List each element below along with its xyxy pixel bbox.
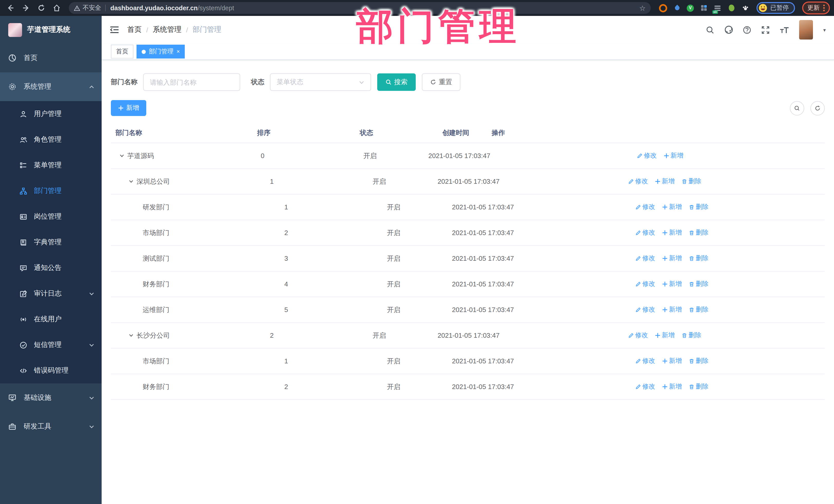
sidebar-item-sms[interactable]: 短信管理: [0, 332, 102, 358]
delete-action[interactable]: 删除: [688, 382, 708, 391]
bookmark-star-icon[interactable]: ☆: [639, 4, 646, 12]
edit-action[interactable]: 修改: [635, 280, 655, 288]
font-size-icon[interactable]: [780, 25, 789, 35]
sidebar-item-users[interactable]: 用户管理: [0, 101, 102, 127]
delete-action[interactable]: 删除: [688, 357, 708, 366]
delete-action[interactable]: 删除: [688, 203, 708, 212]
sidebar-toggle-icon[interactable]: [110, 26, 119, 34]
add-action[interactable]: 新增: [662, 228, 682, 237]
edit-action[interactable]: 修改: [635, 203, 655, 212]
action-cell: 修改新增删除: [519, 254, 825, 263]
edit-action[interactable]: 修改: [628, 331, 648, 340]
browser-profile-chip[interactable]: 已暂停: [756, 2, 795, 14]
edit-action[interactable]: 修改: [635, 228, 655, 237]
extension-v-icon[interactable]: V: [687, 4, 694, 12]
browser-forward-icon[interactable]: [20, 2, 32, 14]
tree-expand-icon[interactable]: [128, 179, 134, 184]
sidebar-item-home[interactable]: 首页: [0, 44, 102, 72]
add-action[interactable]: 新增: [662, 203, 682, 212]
sidebar-item-system[interactable]: 系统管理: [0, 72, 102, 101]
search-button[interactable]: 搜索: [377, 73, 416, 91]
sidebar-item-menus[interactable]: 菜单管理: [0, 152, 102, 178]
add-button[interactable]: 新增: [111, 100, 146, 116]
sidebar-item-devtools[interactable]: 研发工具: [0, 412, 102, 441]
sidebar-item-roles[interactable]: 角色管理: [0, 127, 102, 152]
add-action[interactable]: 新增: [655, 331, 675, 340]
sidebar-item-online-users[interactable]: 在线用户: [0, 306, 102, 332]
search-icon[interactable]: [706, 25, 715, 35]
tree-expand-icon[interactable]: [119, 153, 125, 159]
edit-action[interactable]: 修改: [628, 177, 648, 186]
user-avatar[interactable]: [799, 20, 813, 40]
table-row[interactable]: 测试部门3开启2021-01-05 17:03:47修改新增删除: [111, 246, 825, 271]
refresh-table-button[interactable]: [810, 101, 825, 115]
extension-drop-icon[interactable]: [673, 4, 681, 12]
reset-button[interactable]: 重置: [422, 73, 460, 91]
show-search-button[interactable]: [790, 101, 804, 115]
delete-action[interactable]: 删除: [688, 228, 708, 237]
tab-dept-management[interactable]: 部门管理 ×: [136, 45, 185, 59]
extension-paw-icon[interactable]: [741, 4, 749, 12]
table-row[interactable]: 市场部门2开启2021-01-05 17:03:47修改新增删除: [111, 220, 825, 246]
browser-update-button[interactable]: 更新: [802, 2, 830, 14]
breadcrumb-system[interactable]: 系统管理: [153, 25, 181, 35]
browser-menu-icon[interactable]: [823, 5, 825, 11]
sidebar-item-notices[interactable]: 通知公告: [0, 255, 102, 281]
delete-action[interactable]: 删除: [681, 177, 701, 186]
add-action[interactable]: 新增: [663, 151, 683, 160]
add-action[interactable]: 新增: [662, 305, 682, 314]
table-row[interactable]: 市场部门1开启2021-01-05 17:03:47修改新增删除: [111, 349, 825, 374]
table-row[interactable]: 芋道源码0开启2021-01-05 17:03:47修改新增: [111, 143, 825, 169]
status-cell: 开启: [387, 202, 447, 212]
add-action[interactable]: 新增: [662, 382, 682, 391]
browser-home-icon[interactable]: [50, 2, 63, 14]
delete-action[interactable]: 删除: [688, 280, 708, 288]
status-cell: 开启: [373, 177, 433, 186]
delete-action[interactable]: 删除: [688, 254, 708, 263]
app-logo-row[interactable]: 芋道管理系统: [0, 16, 102, 44]
table-row[interactable]: 财务部门4开启2021-01-05 17:03:47修改新增删除: [111, 271, 825, 297]
status-cell: 开启: [387, 382, 447, 391]
chevron-down-icon: [89, 424, 94, 429]
edit-action[interactable]: 修改: [637, 151, 657, 160]
breadcrumb-home[interactable]: 首页: [127, 25, 142, 35]
delete-action[interactable]: 删除: [688, 305, 708, 314]
github-icon[interactable]: [724, 25, 733, 35]
add-action[interactable]: 新增: [662, 280, 682, 288]
edit-action[interactable]: 修改: [635, 382, 655, 391]
add-action[interactable]: 新增: [662, 254, 682, 263]
sidebar-item-error-codes[interactable]: 错误码管理: [0, 358, 102, 384]
extension-grid-icon[interactable]: [700, 4, 708, 12]
extension-leaf-icon[interactable]: [727, 4, 736, 12]
delete-action[interactable]: 删除: [681, 331, 701, 340]
status-select[interactable]: 菜单状态: [270, 73, 371, 91]
sidebar-item-departments[interactable]: 部门管理: [0, 178, 102, 204]
edit-action[interactable]: 修改: [635, 357, 655, 366]
fullscreen-icon[interactable]: [761, 25, 770, 35]
tab-home[interactable]: 首页: [111, 45, 133, 59]
gear-icon: [8, 83, 17, 91]
tree-expand-icon[interactable]: [128, 333, 134, 338]
sidebar-item-infrastructure[interactable]: 基础设施: [0, 384, 102, 412]
add-action[interactable]: 新增: [655, 177, 675, 186]
browser-back-icon[interactable]: [4, 2, 17, 14]
sidebar-item-posts[interactable]: 岗位管理: [0, 204, 102, 229]
table-row[interactable]: 深圳总公司1开启2021-01-05 17:03:47修改新增删除: [111, 169, 825, 195]
add-action[interactable]: 新增: [662, 357, 682, 366]
help-icon[interactable]: [743, 25, 752, 35]
edit-action[interactable]: 修改: [635, 254, 655, 263]
table-row[interactable]: 运维部门5开启2021-01-05 17:03:47修改新增删除: [111, 297, 825, 323]
profile-status-label: 已暂停: [770, 4, 789, 12]
extension-ring-icon[interactable]: [659, 4, 667, 12]
dept-name-input[interactable]: [143, 73, 240, 91]
sidebar-item-audit-log[interactable]: 审计日志: [0, 281, 102, 306]
table-row[interactable]: 研发部门1开启2021-01-05 17:03:47修改新增删除: [111, 195, 825, 220]
browser-refresh-icon[interactable]: [35, 2, 47, 14]
sidebar-item-dict[interactable]: 字典管理: [0, 229, 102, 255]
table-row[interactable]: 财务部门2开启2021-01-05 17:03:47修改新增删除: [111, 374, 825, 400]
table-row[interactable]: 长沙分公司2开启2021-01-05 17:03:47修改新增删除: [111, 323, 825, 349]
extension-proxy-icon[interactable]: on: [714, 4, 722, 12]
avatar-caret-icon[interactable]: ▾: [823, 27, 826, 32]
tab-close-icon[interactable]: ×: [177, 49, 180, 54]
edit-action[interactable]: 修改: [635, 305, 655, 314]
